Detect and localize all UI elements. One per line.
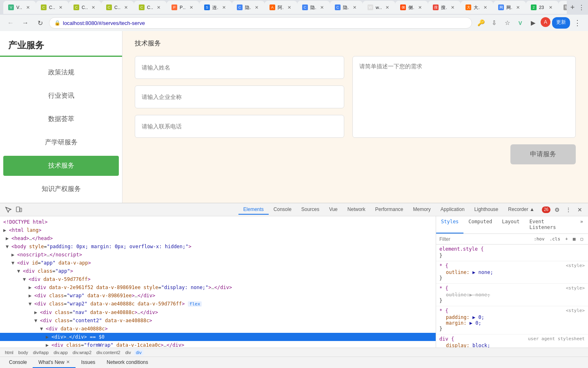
browser-tab[interactable]: 搜搜索✕ — [428, 1, 461, 14]
tab-close-icon[interactable]: ✕ — [318, 4, 325, 11]
browser-tab[interactable]: C隐私设置...✕ — [232, 1, 265, 14]
tab-layout[interactable]: Layout — [497, 216, 524, 233]
tab-close-icon[interactable]: ✕ — [547, 4, 554, 11]
browser-tab[interactable]: C隐私设置...✕ — [330, 1, 363, 14]
tab-recorder[interactable]: Recorder ▲ — [503, 205, 539, 215]
filter-computed-icon[interactable]: ▢ — [579, 236, 585, 242]
tab-close-icon[interactable]: ✕ — [90, 4, 96, 11]
tab-lighthouse[interactable]: Lighthouse — [470, 205, 503, 215]
browser-tab[interactable]: C隐私设置...✕ — [297, 1, 330, 14]
tab-close-icon[interactable]: ✕ — [24, 4, 31, 11]
browser-tab[interactable]: 网网络✕ — [493, 1, 526, 14]
sidebar-item[interactable]: 政策法规 — [0, 61, 122, 84]
sidebar-item[interactable]: 数据荟萃 — [0, 108, 122, 131]
tab-application[interactable]: Application — [436, 205, 470, 215]
tab-menu-button[interactable]: ⋮ — [578, 4, 585, 11]
styles-filter-input[interactable] — [439, 236, 530, 242]
phone-input[interactable] — [135, 115, 344, 138]
html-line-selected[interactable]: ▶<div>…</div> == $0 — [0, 333, 436, 341]
breadcrumb-div-app2[interactable]: div.app — [52, 350, 69, 355]
tab-close-icon[interactable]: ✕ — [449, 4, 456, 11]
breadcrumb-div1[interactable]: div — [124, 350, 133, 355]
devtools-more-icon[interactable]: ⋮ — [564, 205, 573, 215]
browser-tab[interactable]: S连接✕ — [199, 1, 232, 14]
new-tab-button[interactable]: + — [567, 2, 578, 13]
breadcrumb-div-app[interactable]: div#app — [31, 350, 51, 355]
browser-tab[interactable]: CC（10…✕ — [134, 1, 167, 14]
tab-network[interactable]: Network — [343, 205, 370, 215]
tab-computed[interactable]: Computed — [463, 216, 497, 233]
tab-close-icon[interactable]: ✕ — [514, 4, 521, 11]
bottom-tab-issues[interactable]: Issues — [76, 357, 101, 368]
tab-close-icon[interactable]: ✕ — [155, 4, 162, 11]
breadcrumb-div2[interactable]: div — [134, 350, 143, 355]
tab-console[interactable]: Console — [269, 205, 296, 215]
browser-tab[interactable]: Wwar✕ — [363, 1, 395, 14]
tab-elements[interactable]: Elements — [238, 205, 269, 215]
breadcrumb-div-wrap2[interactable]: div.wrap2 — [71, 350, 93, 355]
bottom-tab-console[interactable]: Console — [3, 357, 33, 368]
vue-devtools-icon[interactable]: V — [514, 17, 526, 29]
back-button[interactable]: ← — [5, 17, 16, 29]
update-button[interactable]: 更新 — [552, 17, 570, 29]
breadcrumb-div-content2[interactable]: div.content2 — [95, 350, 122, 355]
devtools-close-icon[interactable]: ✕ — [575, 205, 585, 215]
download-icon[interactable]: ⇩ — [488, 17, 500, 29]
tab-more[interactable]: » — [575, 216, 588, 233]
browser-tab[interactable]: A阿里✕ — [265, 1, 297, 14]
browser-tab[interactable]: CC（2条✕ — [36, 1, 69, 14]
filter-hov[interactable]: :hov — [532, 236, 546, 242]
tab-close-icon[interactable]: ✕ — [286, 4, 292, 11]
forward-button[interactable]: → — [20, 17, 31, 29]
tab-memory[interactable]: Memory — [408, 205, 436, 215]
browser-menu-button[interactable]: ⋮ — [572, 17, 583, 29]
filter-add[interactable]: + — [564, 236, 570, 242]
breadcrumb-body[interactable]: body — [17, 350, 30, 355]
tab-close-icon[interactable]: ✕ — [188, 4, 194, 11]
star-icon[interactable]: ☆ — [501, 17, 513, 29]
device-toggle-icon[interactable] — [14, 205, 24, 215]
sidebar-item[interactable]: 技术服务 — [3, 156, 119, 176]
close-icon[interactable]: ✕ — [66, 359, 70, 365]
browser-tab[interactable]: 侧侧边✕ — [395, 1, 428, 14]
browser-tab[interactable]: VVue✕ — [3, 1, 36, 14]
tab-close-icon[interactable]: ✕ — [253, 4, 260, 11]
browser-tab[interactable]: 大大厂✕ — [461, 1, 493, 14]
tab-close-icon[interactable]: ✕ — [482, 4, 488, 11]
desc-textarea[interactable] — [352, 56, 576, 138]
name-input[interactable] — [135, 56, 344, 79]
devtools-settings-icon[interactable]: ⚙ — [552, 205, 562, 215]
tab-vue[interactable]: Vue — [324, 205, 343, 215]
tab-close-icon[interactable]: ✕ — [57, 4, 64, 11]
submit-button[interactable]: 申请服务 — [510, 144, 576, 164]
breadcrumb-html[interactable]: html — [3, 350, 15, 355]
reload-button[interactable]: ↻ — [34, 17, 46, 29]
url-bar[interactable]: 🔒 localhost:8080/#/serves/tech-serve — [49, 17, 472, 29]
extension-icon[interactable]: ▶ — [528, 17, 539, 29]
browser-tab[interactable]: 帮帮✕ — [559, 1, 567, 14]
sidebar-item[interactable]: 知识产权服务 — [0, 177, 122, 201]
filter-layout-icon[interactable]: ▦ — [571, 236, 577, 242]
bottom-tab-network-conditions[interactable]: Network conditions — [101, 357, 154, 368]
profile-icon[interactable]: A — [541, 17, 550, 27]
browser-tab[interactable]: CC（9条✕ — [69, 1, 101, 14]
sidebar-item[interactable]: 行业资讯 — [0, 84, 122, 108]
key-icon[interactable]: 🔑 — [475, 17, 487, 29]
filter-cls[interactable]: .cls — [548, 236, 562, 242]
browser-tab[interactable]: CC（9条✕ — [101, 1, 134, 14]
tab-styles[interactable]: Styles — [436, 216, 463, 233]
bottom-tab-whats-new[interactable]: What's New ✕ — [33, 357, 76, 368]
tab-event-listeners[interactable]: Event Listeners — [525, 216, 575, 233]
tab-close-icon[interactable]: ✕ — [220, 4, 227, 11]
browser-tab[interactable]: PPar✕ — [167, 1, 199, 14]
browser-tab[interactable]: 223✕ — [526, 1, 559, 14]
tab-sources[interactable]: Sources — [296, 205, 324, 215]
sidebar-item[interactable]: 产学研服务 — [0, 131, 122, 154]
company-input[interactable] — [135, 85, 344, 108]
tab-close-icon[interactable]: ✕ — [416, 4, 423, 11]
tab-performance[interactable]: Performance — [370, 205, 408, 215]
tab-close-icon[interactable]: ✕ — [351, 4, 358, 11]
tab-close-icon[interactable]: ✕ — [122, 4, 129, 11]
tab-close-icon[interactable]: ✕ — [384, 4, 390, 11]
select-element-icon[interactable] — [3, 205, 13, 215]
